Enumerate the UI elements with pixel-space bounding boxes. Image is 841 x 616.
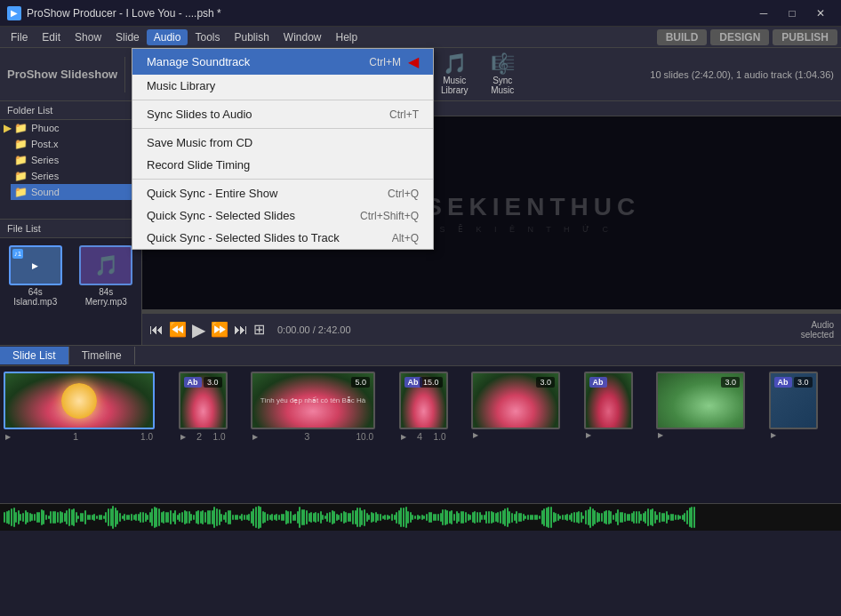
file-list: ▶ ♪1 64s Island.mp3 🎵 84s Merry.mp3 [0,238,141,345]
menu-quick-sync-selected[interactable]: Quick Sync - Selected Slides Ctrl+Shift+… [132,204,433,227]
publish-button[interactable]: PUBLISH [773,29,837,45]
folder-list: ▶ 📁 Phuoc 📁 Post.x 📁 Series 📁 Series 📁 S… [0,120,141,219]
file-name-merry: 84s Merry.mp3 [78,287,135,307]
quick-sync-show-shortcut: Ctrl+Q [388,188,419,200]
file-merry[interactable]: 🎵 84s Merry.mp3 [78,245,135,338]
slide-thumb-1 [4,372,155,429]
slide-item-3[interactable]: Tình yêu đẹp nhất có tên Bắc Hà 5.0 ▶ 3 … [251,372,375,442]
menubar: File Edit Show Slide Audio Tools Publish… [0,27,841,48]
skip-start-button[interactable]: ⏮ [149,322,164,338]
fullscreen-button[interactable]: ⊞ [253,321,265,338]
manage-soundtrack-shortcut: Ctrl+M [369,56,401,68]
menu-slide[interactable]: Slide [108,29,147,45]
slide-play-5: ▶ [473,431,478,439]
slide-num-1: 1 [73,431,78,442]
slide-thumb-2: Ab 3.0 [179,372,228,429]
file-list-header: File List [0,219,141,238]
fast-forward-button[interactable]: ⏩ [211,321,228,338]
tabs-bar: Slide List Timeline [0,345,841,366]
slide-item-7[interactable]: 3.0 ▶ [656,372,745,439]
slide-play-4: ▶ [401,433,406,441]
menu-publish[interactable]: Publish [227,29,276,45]
folder-icon: 📁 [14,170,28,182]
window-controls[interactable]: ─ □ ✕ [750,4,834,22]
folder-sound[interactable]: 📁 Sound [11,184,141,200]
slide-play-7: ▶ [658,431,663,439]
slide-item-8[interactable]: Ab 3.0 ▶ [749,372,837,439]
app-icon: ▶ [7,6,21,20]
folder-post[interactable]: 📁 Post.x [11,136,141,152]
app-name: ProShow Slideshow [7,68,117,81]
music-library-label: Music Library [432,76,477,95]
num-badge-2: 3.0 [204,377,222,388]
slide-play-1: ▶ [5,433,11,441]
slide-item-6[interactable]: Ab ▶ [564,372,653,439]
playback-bar: ⏮ ⏪ ▶ ⏩ ⏭ ⊞ 0:00.00 / 2:42.00 Audioselec… [142,313,841,345]
slide-item-4[interactable]: Ab 15.0 ▶ 4 1.0 [379,372,468,442]
file-thumb-merry: 🎵 [79,245,132,285]
progress-bar[interactable] [142,309,841,313]
quick-sync-track-label: Quick Sync - Selected Slides to Track [147,231,340,244]
minimize-button[interactable]: ─ [750,4,777,22]
num-badge-5: 3.0 [536,377,555,388]
slide-item-5[interactable]: 3.0 ▶ [471,372,560,439]
skip-end-button[interactable]: ⏭ [234,322,248,338]
folder-name: Series [31,155,59,165]
folder-phuoc[interactable]: ▶ 📁 Phuoc [0,120,141,136]
design-button[interactable]: DESIGN [710,29,769,45]
rewind-button[interactable]: ⏪ [169,321,187,338]
folder-icon: 📁 [14,154,28,166]
slide-thumb-7: 3.0 [656,372,745,429]
menu-edit[interactable]: Edit [35,29,68,45]
tab-timeline[interactable]: Timeline [69,347,135,364]
menu-record-slide-timing[interactable]: Record Slide Timing [132,154,433,176]
folder-icon: 📁 [14,138,28,150]
status-text: 10 slides (2:42.00), 1 audio track (1:04… [650,69,834,80]
window-title: ProShow Producer - I Love You - ....psh … [27,7,221,20]
menu-window[interactable]: Window [276,29,329,45]
menu-manage-soundtrack[interactable]: Manage Soundtrack Ctrl+M ◀ [132,49,433,75]
file-name-island: 64s Island.mp3 [7,287,64,307]
quick-sync-show-label: Quick Sync - Entire Show [147,187,277,200]
slide-time-2: 1.0 [213,432,226,442]
menu-music-library[interactable]: Music Library [132,75,433,97]
save-music-label: Save Music from CD [147,136,252,149]
time-display: 0:00.00 / 2:42.00 [277,324,351,335]
build-button[interactable]: BUILD [657,29,708,45]
menu-audio[interactable]: Audio [147,29,188,45]
sync-slides-label: Sync Slides to Audio [147,108,252,121]
menu-quick-sync-show[interactable]: Quick Sync - Entire Show Ctrl+Q [132,182,433,204]
folder-series1[interactable]: 📁 Series [11,152,141,168]
music-library-icon: 🎵 [443,54,467,74]
folder-series2[interactable]: 📁 Series [11,168,141,184]
menu-tools[interactable]: Tools [188,29,227,45]
menu-help[interactable]: Help [329,29,365,45]
audio-label: Audioselected [801,320,834,340]
audio-dropdown: Manage Soundtrack Ctrl+M ◀ Music Library… [132,48,434,250]
text-badge-6: Ab [589,377,607,388]
tab-slide-list[interactable]: Slide List [0,347,69,364]
num-badge-4: 15.0 [420,377,443,388]
play-button[interactable]: ▶ [192,319,205,340]
sync-slides-shortcut: Ctrl+T [389,108,419,121]
menu-show[interactable]: Show [68,29,108,45]
sync-music-button[interactable]: 🎼 Sync Music [480,52,525,98]
close-button[interactable]: ✕ [807,4,834,22]
slide-item-2[interactable]: Ab 3.0 ▶ 2 1.0 [158,372,247,442]
maximize-button[interactable]: □ [779,4,805,22]
slide-play-2: ▶ [180,433,186,441]
dropdown-sep-1 [132,100,433,100]
music-library-button[interactable]: 🎵 Music Library [432,52,477,98]
num-badge-3: 5.0 [351,377,370,388]
menu-quick-sync-track[interactable]: Quick Sync - Selected Slides to Track Al… [132,227,433,249]
slide-thumb-6: Ab [584,372,633,429]
file-island[interactable]: ▶ ♪1 64s Island.mp3 [7,245,64,338]
folder-name: Sound [31,187,60,197]
audio-waveform: // Generate waveform bars inline (functi… [0,504,841,531]
menu-file[interactable]: File [4,29,35,45]
slide-time-1: 1.0 [140,432,153,442]
menu-save-music-cd[interactable]: Save Music from CD [132,132,433,154]
slide-item-1[interactable]: ▶ 1 1.0 [4,372,155,442]
folder-name: Series [31,171,59,181]
menu-sync-slides-audio[interactable]: Sync Slides to Audio Ctrl+T [132,103,433,125]
